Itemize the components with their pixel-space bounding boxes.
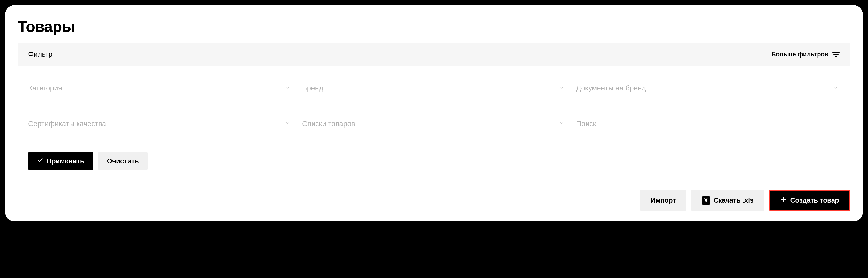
main-panel: Товары Фильтр Больше фильтров [5, 5, 863, 221]
page-title: Товары [18, 18, 850, 35]
check-icon [37, 157, 43, 165]
plus-icon [781, 196, 787, 204]
brand-field[interactable] [302, 82, 566, 96]
filter-row-1 [28, 82, 840, 96]
apply-button[interactable]: Применить [28, 152, 93, 170]
filter-title: Фильтр [28, 50, 53, 58]
import-label: Импорт [651, 196, 676, 204]
quality-certs-input[interactable] [28, 117, 292, 132]
download-xls-label: Скачать .xls [714, 196, 753, 204]
search-input[interactable] [576, 117, 840, 132]
category-input[interactable] [28, 82, 292, 96]
apply-label: Применить [47, 157, 84, 165]
filter-icon [832, 51, 840, 57]
category-field[interactable] [28, 82, 292, 96]
filter-row-2 [28, 117, 840, 132]
more-filters-label: Больше фильтров [771, 51, 829, 58]
filter-body: Применить Очистить [18, 66, 850, 180]
quality-certs-field[interactable] [28, 117, 292, 132]
filter-header: Фильтр Больше фильтров [18, 43, 850, 66]
product-lists-field[interactable] [302, 117, 566, 132]
create-product-button[interactable]: Создать товар [769, 190, 850, 211]
brand-docs-field[interactable] [576, 82, 840, 96]
clear-button[interactable]: Очистить [98, 152, 148, 170]
product-lists-input[interactable] [302, 117, 566, 132]
clear-label: Очистить [107, 157, 139, 165]
brand-docs-input[interactable] [576, 82, 840, 96]
xls-icon: X [702, 196, 710, 205]
brand-input[interactable] [302, 82, 566, 96]
import-button[interactable]: Импорт [640, 190, 686, 211]
search-field[interactable] [576, 117, 840, 132]
create-product-label: Создать товар [790, 196, 839, 204]
download-xls-button[interactable]: X Скачать .xls [691, 190, 764, 211]
filter-button-row: Применить Очистить [28, 152, 840, 170]
filter-box: Фильтр Больше фильтров [18, 43, 850, 180]
action-bar: Импорт X Скачать .xls Создать товар [18, 190, 850, 211]
more-filters-button[interactable]: Больше фильтров [771, 51, 840, 58]
